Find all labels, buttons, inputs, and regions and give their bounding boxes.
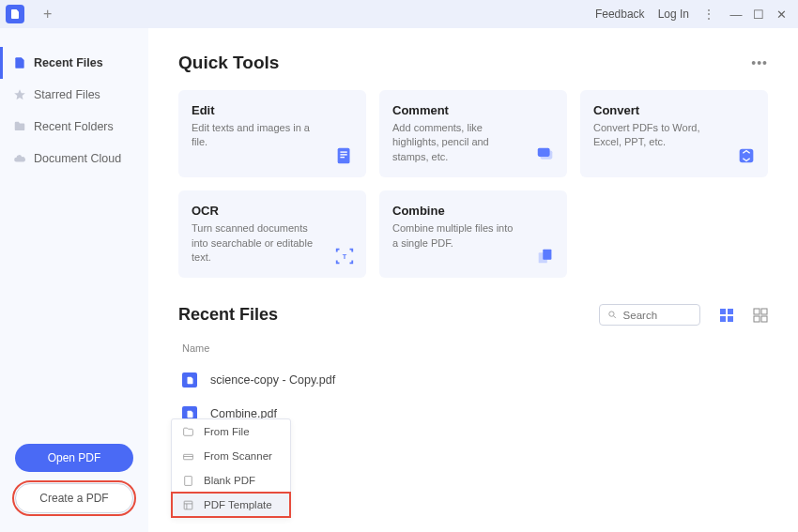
- more-icon[interactable]: •••: [751, 55, 768, 70]
- tool-desc: Combine multiple files into a single PDF…: [392, 221, 514, 251]
- blank-page-icon: [181, 474, 194, 487]
- app-logo-icon: [6, 5, 24, 23]
- list-view-icon[interactable]: [719, 308, 734, 323]
- tool-card-edit[interactable]: Edit Edit texts and images in a file.: [178, 90, 366, 177]
- svg-rect-1: [340, 152, 346, 153]
- svg-rect-3: [340, 157, 345, 158]
- login-link[interactable]: Log In: [658, 8, 689, 21]
- folder-icon: [13, 120, 26, 133]
- tool-card-ocr[interactable]: OCR Turn scanned documents into searchab…: [178, 190, 366, 278]
- svg-line-11: [614, 316, 616, 318]
- menu-item-from-file[interactable]: From File: [172, 419, 290, 444]
- svg-point-10: [609, 312, 614, 316]
- menu-item-pdf-template[interactable]: PDF Template: [172, 493, 290, 517]
- folder-outline-icon: [181, 425, 194, 438]
- sidebar-item-label: Document Cloud: [34, 152, 121, 165]
- svg-rect-5: [538, 148, 550, 157]
- menu-item-blank-pdf[interactable]: Blank PDF: [172, 468, 290, 493]
- file-name: science-copy - Copy.pdf: [210, 373, 335, 387]
- scanner-icon: [181, 449, 194, 463]
- svg-rect-18: [754, 316, 760, 322]
- pdf-file-icon: [182, 372, 197, 388]
- create-pdf-button[interactable]: Create a PDF: [15, 483, 133, 513]
- comment-icon: [535, 145, 556, 166]
- close-button[interactable]: ✕: [770, 8, 792, 22]
- edit-icon: [334, 145, 355, 166]
- grid-view-icon[interactable]: [753, 308, 768, 323]
- quick-tools-title: Quick Tools: [178, 53, 279, 73]
- star-icon: [13, 88, 26, 101]
- sidebar-item-label: Recent Files: [34, 56, 103, 69]
- sidebar-item-label: Starred Files: [34, 88, 100, 101]
- create-pdf-menu: From File From Scanner Blank PDF PDF Tem…: [171, 418, 291, 518]
- recent-files-title: Recent Files: [178, 305, 278, 325]
- svg-rect-14: [720, 316, 726, 322]
- document-icon: [13, 56, 26, 69]
- search-input[interactable]: [623, 310, 692, 321]
- sidebar-item-recent-files[interactable]: Recent Files: [0, 47, 148, 79]
- svg-rect-20: [183, 454, 192, 459]
- menu-item-from-scanner[interactable]: From Scanner: [172, 444, 290, 468]
- sidebar-item-starred-files[interactable]: Starred Files: [0, 79, 148, 111]
- svg-rect-22: [184, 476, 192, 485]
- tool-desc: Edit texts and images in a file.: [192, 121, 314, 150]
- tool-card-combine[interactable]: Combine Combine multiple files into a si…: [379, 190, 567, 278]
- svg-rect-12: [720, 309, 726, 314]
- svg-rect-19: [761, 316, 767, 322]
- tool-desc: Turn scanned documents into searchable o…: [192, 221, 314, 265]
- template-icon: [181, 498, 194, 511]
- tool-title: Combine: [392, 204, 554, 218]
- menu-item-label: From File: [204, 426, 250, 437]
- tool-title: Comment: [392, 103, 554, 117]
- maximize-button[interactable]: ☐: [747, 8, 770, 22]
- search-input-wrapper[interactable]: [599, 304, 700, 326]
- menu-item-label: From Scanner: [204, 450, 272, 462]
- combine-icon: [535, 246, 556, 266]
- svg-rect-16: [754, 309, 760, 314]
- convert-icon: [736, 145, 757, 166]
- sidebar-item-recent-folders[interactable]: Recent Folders: [0, 111, 148, 143]
- file-row[interactable]: science-copy - Copy.pdf: [178, 363, 768, 397]
- sidebar-item-label: Recent Folders: [34, 120, 114, 133]
- sidebar-item-document-cloud[interactable]: Document Cloud: [0, 143, 148, 175]
- svg-rect-15: [728, 316, 733, 322]
- svg-rect-9: [543, 250, 551, 260]
- sidebar: Recent Files Starred Files Recent Folder…: [0, 28, 148, 532]
- tool-desc: Add comments, like highlights, pencil an…: [392, 121, 514, 164]
- menu-item-label: Blank PDF: [204, 475, 255, 486]
- svg-rect-0: [338, 148, 350, 164]
- open-pdf-button[interactable]: Open PDF: [15, 444, 133, 472]
- tool-title: OCR: [192, 204, 353, 218]
- svg-rect-23: [184, 501, 192, 509]
- tool-title: Edit: [192, 103, 353, 117]
- ocr-icon: T: [334, 246, 355, 266]
- svg-text:T: T: [343, 252, 347, 261]
- svg-rect-2: [340, 154, 346, 155]
- tool-title: Convert: [593, 103, 755, 117]
- tool-card-convert[interactable]: Convert Convert PDFs to Word, Excel, PPT…: [580, 90, 768, 177]
- menu-item-label: PDF Template: [204, 499, 272, 510]
- minimize-button[interactable]: —: [725, 8, 747, 22]
- svg-rect-13: [728, 309, 733, 314]
- search-icon: [607, 309, 618, 321]
- tool-desc: Convert PDFs to Word, Excel, PPT, etc.: [593, 121, 715, 150]
- svg-rect-17: [761, 309, 767, 314]
- cloud-icon: [13, 152, 26, 165]
- tool-card-comment[interactable]: Comment Add comments, like highlights, p…: [379, 90, 567, 177]
- new-tab-button[interactable]: +: [43, 6, 52, 23]
- titlebar: + Feedback Log In ⋮ — ☐ ✕: [0, 0, 798, 28]
- feedback-link[interactable]: Feedback: [595, 8, 645, 21]
- column-header-name: Name: [178, 339, 768, 363]
- kebab-menu-icon[interactable]: ⋮: [702, 7, 715, 22]
